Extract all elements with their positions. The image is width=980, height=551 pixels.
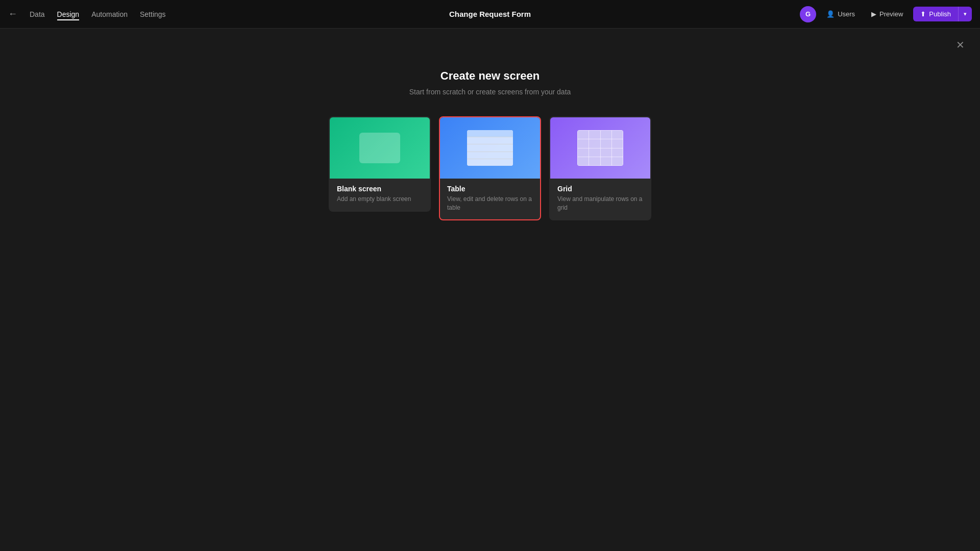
grid-screen-title: Grid xyxy=(557,185,643,193)
table-preview-row-5 xyxy=(467,159,513,166)
blank-screen-title: Blank screen xyxy=(337,185,423,193)
users-icon: 👤 xyxy=(826,10,835,18)
grid-cell-5 xyxy=(578,139,589,147)
page-title: Change Request Form xyxy=(449,10,531,18)
preview-button[interactable]: ▶ Preview xyxy=(865,7,909,21)
publish-main[interactable]: ⬆ Publish xyxy=(913,7,959,21)
app-header: ← Data Design Automation Settings Change… xyxy=(0,0,980,29)
nav-settings[interactable]: Settings xyxy=(140,8,166,20)
preview-icon: ▶ xyxy=(871,10,876,18)
table-preview-row-3 xyxy=(467,144,513,152)
publish-label: Publish xyxy=(929,10,951,18)
blank-screen-preview xyxy=(330,117,430,179)
main-content: ✕ Create new screen Start from scratch o… xyxy=(0,29,980,220)
grid-cell-11 xyxy=(601,148,611,157)
preview-label: Preview xyxy=(879,10,903,18)
nav-design[interactable]: Design xyxy=(57,8,80,20)
grid-screen-description: View and manipulate rows on a grid xyxy=(557,195,643,212)
grid-cell-7 xyxy=(601,139,611,147)
publish-dropdown-arrow[interactable]: ▾ xyxy=(959,7,972,21)
blank-screen-description: Add an empty blank screen xyxy=(337,195,423,204)
grid-preview-inner xyxy=(577,130,623,166)
avatar[interactable]: G xyxy=(800,6,816,22)
grid-cell-14 xyxy=(589,157,600,165)
grid-cell-9 xyxy=(578,148,589,157)
blank-preview-inner xyxy=(359,133,400,163)
grid-cell-16 xyxy=(612,157,623,165)
close-button[interactable]: ✕ xyxy=(956,39,965,51)
table-screen-title: Table xyxy=(447,185,533,193)
blank-screen-body: Blank screen Add an empty blank screen xyxy=(330,179,430,211)
nav-automation[interactable]: Automation xyxy=(91,8,128,20)
table-screen-body: Table View, edit and delete rows on a ta… xyxy=(440,179,540,219)
grid-cell-15 xyxy=(601,157,611,165)
grid-screen-body: Grid View and manipulate rows on a grid xyxy=(550,179,650,219)
grid-cell-13 xyxy=(578,157,589,165)
grid-cell-2 xyxy=(589,131,600,139)
publish-icon: ⬆ xyxy=(920,10,926,18)
table-preview-inner xyxy=(467,130,513,166)
table-preview-row-1 xyxy=(467,130,513,137)
header-left: ← Data Design Automation Settings xyxy=(8,8,166,20)
table-screen-card[interactable]: Table View, edit and delete rows on a ta… xyxy=(439,116,541,220)
screen-type-cards: Blank screen Add an empty blank screen T… xyxy=(329,116,651,220)
modal-title: Create new screen xyxy=(440,69,540,83)
modal-subtitle: Start from scratch or create screens fro… xyxy=(409,88,571,96)
table-screen-description: View, edit and delete rows on a table xyxy=(447,195,533,212)
grid-cell-6 xyxy=(589,139,600,147)
publish-button[interactable]: ⬆ Publish ▾ xyxy=(913,7,972,21)
table-preview-row-4 xyxy=(467,152,513,159)
grid-cell-3 xyxy=(601,131,611,139)
users-button[interactable]: 👤 Users xyxy=(820,7,861,21)
grid-cell-10 xyxy=(589,148,600,157)
header-right: G 👤 Users ▶ Preview ⬆ Publish ▾ xyxy=(800,6,972,22)
nav-data[interactable]: Data xyxy=(30,8,45,20)
table-preview-row-2 xyxy=(467,137,513,144)
back-button[interactable]: ← xyxy=(8,9,17,19)
grid-cell-12 xyxy=(612,148,623,157)
table-screen-preview xyxy=(440,117,540,179)
grid-cell-4 xyxy=(612,131,623,139)
blank-screen-card[interactable]: Blank screen Add an empty blank screen xyxy=(329,116,431,212)
grid-screen-preview xyxy=(550,117,650,179)
users-label: Users xyxy=(838,10,855,18)
grid-cell-8 xyxy=(612,139,623,147)
grid-screen-card[interactable]: Grid View and manipulate rows on a grid xyxy=(549,116,651,220)
grid-cell-1 xyxy=(578,131,589,139)
